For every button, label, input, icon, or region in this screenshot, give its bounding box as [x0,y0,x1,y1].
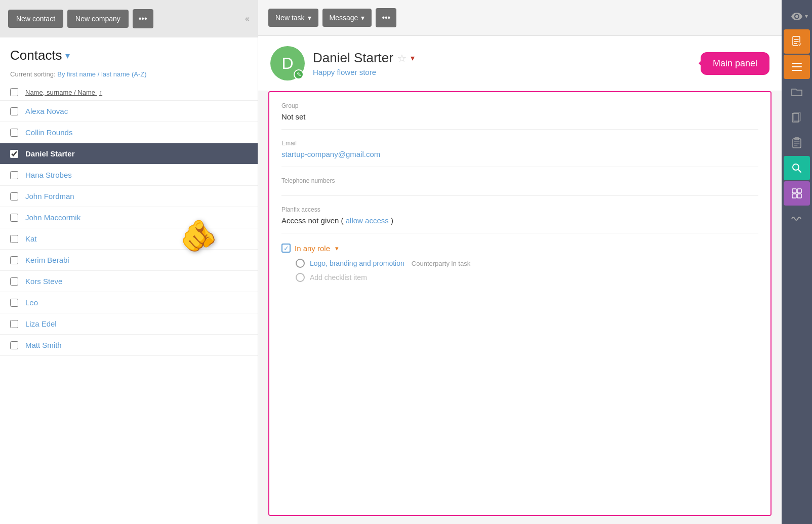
contact-checkbox[interactable] [10,107,18,115]
task-item: Logo, branding and promotion Counterpart… [296,259,758,268]
contact-item-hana[interactable]: Hana Strobes [0,165,258,186]
contact-item-kat[interactable]: Kat [0,228,258,250]
contact-checkbox[interactable] [10,150,18,158]
contact-name: John Fordman [25,192,74,200]
main-toolbar: New task ▾ Message ▾ ••• [258,0,782,36]
contacts-label: Contacts [10,48,62,63]
info-panel: Group Not set Email startup-company@gmai… [268,91,772,516]
contact-name: Alexa Novac [25,107,68,115]
role-label[interactable]: In any role [295,244,330,253]
contact-item-john-f[interactable]: John Fordman [0,186,258,207]
contact-item-collin[interactable]: Collin Rounds [0,122,258,143]
wave-icon[interactable] [784,207,810,231]
contact-checkbox[interactable] [10,256,18,264]
main-area: New task ▾ Message ▾ ••• D ✎ Daniel Star… [258,0,782,524]
message-label: Message [330,14,358,22]
planfix-text: Access not given ( [281,216,344,225]
new-contact-button[interactable]: New contact [8,10,63,28]
contact-checkbox[interactable] [10,341,18,349]
contact-name: Kerim Berabi [25,256,69,264]
avatar: D ✎ [270,46,305,80]
contact-item-daniel[interactable]: Daniel Starter [0,143,258,165]
add-item-label[interactable]: Add checklist item [310,273,367,281]
contact-detail-name: Daniel Starter ☆ ▾ [313,50,682,66]
task-role-label: Counterparty in task [412,260,470,267]
contact-checkbox[interactable] [10,299,18,307]
main-more-options-button[interactable]: ••• [376,8,396,27]
contact-item-alexa[interactable]: Alexa Novac [0,101,258,122]
more-options-button[interactable]: ••• [133,9,153,28]
collapse-button[interactable]: « [245,14,250,23]
email-value[interactable]: startup-company@gmail.com [281,150,758,158]
contact-item-leo[interactable]: Leo [0,292,258,313]
eye-dropdown-icon[interactable]: ▾ [805,13,808,20]
contact-name: Matt Smith [25,341,62,349]
contacts-title: Contacts ▾ [10,48,248,63]
contact-name: Kors Steve [25,277,62,286]
planfix-label: Planfix access [281,206,758,213]
contact-name: Leo [25,298,38,307]
allow-access-link[interactable]: allow access [346,216,389,225]
clipboard-icon[interactable] [784,131,810,155]
folder-icon[interactable] [784,80,810,104]
contact-checkbox[interactable] [10,171,18,179]
contact-checkbox[interactable] [10,235,18,243]
add-checklist-item: Add checklist item [296,273,758,282]
sorting-value[interactable]: By first name / last name (A-Z) [57,70,146,78]
planfix-field: Planfix access Access not given ( allow … [281,206,758,233]
svg-rect-8 [797,189,801,193]
contact-checkbox[interactable] [10,320,18,328]
contact-checkbox[interactable] [10,214,18,222]
sort-label[interactable]: Name, surname / Name ↑ [25,89,102,96]
sorting-line: Current sorting: By first name / last na… [0,67,258,84]
task-link[interactable]: Logo, branding and promotion [310,259,404,267]
list-header: Name, surname / Name ↑ [0,84,258,101]
contact-item-matt[interactable]: Matt Smith [0,335,258,356]
group-field: Group Not set [281,102,758,130]
role-section: ✓ In any role ▾ Logo, branding and promo… [281,244,758,282]
detail-dropdown-icon[interactable]: ▾ [411,53,415,63]
contacts-list: Name, surname / Name ↑ Alexa Novac Colli… [0,84,258,524]
eye-view-icon[interactable]: ▾ [784,4,810,28]
add-radio-button[interactable] [296,273,305,282]
role-checkbox-icon[interactable]: ✓ [281,244,291,253]
contact-name: Daniel Starter [25,149,75,158]
favorite-star-icon[interactable]: ☆ [397,52,407,64]
contact-item-john-m[interactable]: John Maccormik [0,207,258,228]
contact-company[interactable]: Happy flower store [313,68,682,76]
role-checkbox-row: ✓ In any role ▾ [281,244,758,253]
telephone-label: Telephone numbers [281,177,758,184]
list-view-icon[interactable] [784,55,810,79]
avatar-letter: D [281,54,293,73]
detail-name-text: Daniel Starter [313,50,393,66]
role-dropdown-icon[interactable]: ▾ [335,245,339,252]
contact-item-kerim[interactable]: Kerim Berabi [0,250,258,271]
message-button[interactable]: Message ▾ [322,9,372,27]
contact-checkbox[interactable] [10,192,18,200]
contact-checkbox[interactable] [10,129,18,137]
contact-checkbox[interactable] [10,277,18,286]
right-sidebar: ▾ [782,0,812,524]
info-panel-inner: Group Not set Email startup-company@gmai… [269,92,770,297]
contacts-dropdown-icon[interactable]: ▾ [65,50,70,61]
task-radio-button[interactable] [296,259,305,268]
new-company-button[interactable]: New company [67,10,129,28]
contact-item-kors[interactable]: Kors Steve [0,271,258,292]
contact-item-liza[interactable]: Liza Edel [0,313,258,335]
search-contacts-icon[interactable] [784,156,810,180]
grid-view-icon[interactable] [784,181,810,206]
contact-name: Kat [25,234,37,243]
svg-rect-10 [797,194,801,198]
svg-rect-9 [792,194,796,198]
contact-name: Collin Rounds [25,128,72,137]
select-all-checkbox[interactable] [10,88,18,96]
left-toolbar: New contact New company ••• « [0,0,258,37]
document-icon[interactable] [784,29,810,54]
new-task-button[interactable]: New task ▾ [268,9,318,27]
contacts-header: Contacts ▾ [0,37,258,67]
avatar-edit-icon[interactable]: ✎ [294,69,304,79]
left-panel: New contact New company ••• « Contacts ▾… [0,0,258,524]
task-dropdown-icon: ▾ [308,14,311,22]
contact-info: Daniel Starter ☆ ▾ Happy flower store [313,50,682,76]
documents-icon[interactable] [784,105,810,130]
